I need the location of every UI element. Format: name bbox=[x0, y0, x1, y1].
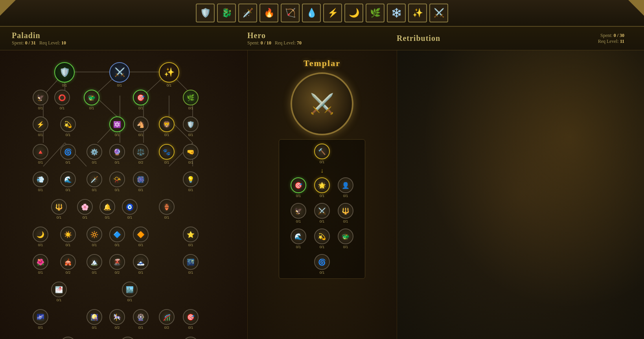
paladin-node-r10-4[interactable]: 🎡 0/1 bbox=[133, 309, 149, 330]
talent-trees-container: 🛡️ 0/1 ⚔️ 0/1 ✨ 0/1 🦅 0/1 ⭕ 0/1 🐲 bbox=[0, 50, 644, 339]
paladin-node-bot-2[interactable]: 🔘 0/1 bbox=[120, 337, 136, 339]
hero-sub1-row: 🦅 0/1 ⚔️ 0/1 🔱 0/1 bbox=[291, 203, 353, 223]
hero-talent-tree: Templar ⚔️ 🔨 0/1 ↓ 🎯 0/1 🌟 bbox=[248, 50, 397, 339]
paladin-node-r7-3[interactable]: 🔆 0/1 bbox=[86, 227, 102, 247]
paladin-node-r7-2[interactable]: ☀️ 0/1 bbox=[60, 227, 76, 247]
hero-portrait: ⚔️ bbox=[291, 72, 353, 135]
paladin-node-r8-4[interactable]: 🌋 0/2 bbox=[109, 254, 125, 275]
paladin-node-r6-3[interactable]: 🔔 0/1 bbox=[99, 199, 115, 219]
paladin-node-r5-2[interactable]: 🌊 0/1 bbox=[60, 171, 76, 192]
hero-title-label: Hero bbox=[247, 31, 302, 40]
paladin-node-r8-3[interactable]: 🏔️ 0/1 bbox=[86, 254, 102, 275]
paladin-node-r1-4[interactable]: ✨ 0/1 bbox=[159, 62, 179, 87]
paladin-node-r2-2[interactable]: ⭕ 0/1 bbox=[54, 90, 70, 110]
hero-choice-mid[interactable]: 🌟 0/1 bbox=[314, 177, 330, 198]
paladin-node-r9-2[interactable]: 🏙️ 0/1 bbox=[122, 282, 138, 302]
hero-final-node[interactable]: 🌀 0/1 bbox=[314, 254, 330, 275]
paladin-node-r4-5[interactable]: ⚖️ 0/2 bbox=[133, 144, 149, 164]
hero-sub2-right[interactable]: 🐲 0/1 bbox=[338, 228, 353, 249]
paladin-node-bot-1[interactable]: ⭕ 0/1 bbox=[60, 337, 76, 339]
paladin-node-r1-2[interactable]: 🛡️ 0/1 bbox=[54, 62, 75, 87]
paladin-node-r5-1[interactable]: 💨 0/1 bbox=[33, 171, 48, 192]
paladin-node-r4-1[interactable]: 🔺 0/1 bbox=[33, 144, 48, 164]
paladin-node-r6-4[interactable]: 🧿 0/1 bbox=[122, 199, 138, 219]
paladin-node-r9-1[interactable]: 🌁 0/1 bbox=[51, 282, 67, 302]
hero-sub1-left[interactable]: 🦅 0/1 bbox=[291, 203, 306, 223]
retribution-title: Retribution bbox=[397, 34, 440, 43]
paladin-node-r3-2[interactable]: 💫 0/1 bbox=[60, 116, 76, 137]
paladin-spent: Spent: 0 / 31 Req Level: 10 bbox=[12, 40, 239, 46]
paladin-nodes: 🛡️ 0/1 ⚔️ 0/1 ✨ 0/1 🦅 0/1 ⭕ 0/1 🐲 bbox=[0, 50, 247, 339]
hero-header-inner: Hero Spent: 0 / 10 Req Level: 70 bbox=[247, 31, 302, 46]
paladin-node-r7-5[interactable]: 🔶 0/1 bbox=[133, 227, 149, 247]
paladin-node-r5-4[interactable]: 📯 0/1 bbox=[109, 171, 125, 192]
hero-choice-container: 🔨 0/1 ↓ 🎯 0/1 🌟 0/1 👤 0/1 bbox=[279, 139, 365, 279]
spec-icon-7[interactable]: ⚡ bbox=[323, 4, 342, 22]
paladin-title: Paladin bbox=[12, 31, 239, 40]
spec-icon-11[interactable]: ✨ bbox=[408, 4, 427, 22]
hero-choice-top[interactable]: 🔨 0/1 bbox=[314, 144, 330, 164]
tree-headers: Paladin Spent: 0 / 31 Req Level: 10 Hero… bbox=[0, 27, 644, 50]
paladin-node-r5-5[interactable]: 🎆 0/1 bbox=[133, 171, 149, 192]
paladin-node-r10-3[interactable]: 🎠 0/2 bbox=[109, 309, 125, 330]
paladin-node-r6-1[interactable]: 🔱 0/1 bbox=[51, 199, 67, 219]
paladin-node-r8-1[interactable]: 🌺 0/1 bbox=[33, 254, 48, 275]
hero-choice-left[interactable]: 🎯 0/1 bbox=[291, 177, 306, 198]
paladin-node-r7-1[interactable]: 🌙 0/1 bbox=[33, 227, 48, 247]
retribution-spent: Spent: 0 / 30 Req Level: 11 bbox=[598, 33, 624, 44]
paladin-tree-header: Paladin Spent: 0 / 31 Req Level: 10 bbox=[12, 31, 239, 46]
paladin-node-r5-3[interactable]: 🗡️ 0/1 bbox=[86, 171, 102, 192]
hero-spent: Spent: 0 / 10 Req Level: 70 bbox=[247, 40, 302, 46]
paladin-node-r3-4[interactable]: 🐴 0/1 bbox=[133, 116, 149, 137]
paladin-node-r10-2[interactable]: 🎑 0/1 bbox=[86, 309, 102, 330]
paladin-node-r3-1[interactable]: ⚡ 0/1 bbox=[33, 116, 48, 137]
paladin-node-r7-6[interactable]: ⭐ 0/1 bbox=[183, 227, 199, 247]
hero-sub2-mid[interactable]: 💫 0/1 bbox=[314, 228, 330, 249]
hero-portrait-icon: ⚔️ bbox=[310, 92, 334, 115]
retribution-talent-tree: ⚔️ 0/1 💎 0/1 🔷 0/1 🔶 0/1 ⭐ 0/1 bbox=[397, 50, 644, 339]
spec-icon-12[interactable]: ⚔️ bbox=[429, 4, 448, 22]
paladin-node-r4-2[interactable]: 🌀 0/1 bbox=[60, 144, 76, 164]
spec-icon-10[interactable]: ❄️ bbox=[387, 4, 406, 22]
hero-choice-right[interactable]: 👤 0/1 bbox=[338, 177, 353, 198]
spec-icon-3[interactable]: 🗡️ bbox=[238, 4, 257, 22]
paladin-node-r8-5[interactable]: 🗻 0/1 bbox=[133, 254, 149, 275]
paladin-node-r8-6[interactable]: 🌃 0/1 bbox=[183, 254, 199, 275]
spec-icon-5[interactable]: 🏹 bbox=[281, 4, 300, 22]
paladin-talent-tree: 🛡️ 0/1 ⚔️ 0/1 ✨ 0/1 🦅 0/1 ⭕ 0/1 🐲 bbox=[0, 50, 248, 339]
spec-icon-1[interactable]: 🛡️ bbox=[196, 4, 215, 22]
paladin-node-r10-6[interactable]: 🎯 0/1 bbox=[183, 309, 199, 330]
hero-sub2-row: 🌊 0/1 💫 0/1 🐲 0/1 bbox=[291, 228, 353, 249]
paladin-node-r2-5[interactable]: 🌿 0/1 bbox=[183, 90, 199, 110]
paladin-node-r6-5[interactable]: 🏺 0/1 bbox=[159, 199, 175, 219]
hero-sub2-left[interactable]: 🌊 0/1 bbox=[291, 228, 306, 249]
paladin-node-r10-5[interactable]: 🎢 0/2 bbox=[159, 309, 175, 330]
paladin-node-r8-2[interactable]: 🎪 0/2 bbox=[60, 254, 76, 275]
paladin-node-r2-3[interactable]: 🐲 0/1 bbox=[84, 90, 99, 110]
paladin-node-r3-5[interactable]: 🦁 0/1 bbox=[159, 116, 175, 137]
paladin-node-r1-3[interactable]: ⚔️ 0/1 bbox=[109, 62, 130, 87]
spec-icon-9[interactable]: 🌿 bbox=[366, 4, 385, 22]
paladin-node-bot-3[interactable]: 🔲 0/1 bbox=[183, 337, 199, 339]
corner-decoration-tr bbox=[628, 0, 644, 16]
spec-icon-8[interactable]: 🌙 bbox=[344, 4, 363, 22]
paladin-node-r7-4[interactable]: 🔷 0/1 bbox=[109, 227, 125, 247]
paladin-node-r10-1[interactable]: 🌌 0/1 bbox=[33, 309, 48, 330]
paladin-node-r5-6[interactable]: 💡 0/1 bbox=[183, 171, 199, 192]
paladin-node-r6-2[interactable]: 🌸 0/1 bbox=[77, 199, 93, 219]
hero-choices-row: 🎯 0/1 🌟 0/1 👤 0/1 bbox=[291, 177, 353, 198]
paladin-node-r2-1[interactable]: 🦅 0/1 bbox=[33, 90, 48, 110]
paladin-node-r4-3[interactable]: ⚙️ 0/1 bbox=[86, 144, 102, 164]
paladin-node-r3-6[interactable]: 🛡️ 0/1 bbox=[183, 116, 199, 137]
paladin-node-r4-x[interactable]: 🐾 0/1 bbox=[159, 144, 175, 164]
paladin-node-r4-4[interactable]: 🔮 0/1 bbox=[109, 144, 125, 164]
spec-icon-6[interactable]: 💧 bbox=[302, 4, 321, 22]
paladin-node-r3-3[interactable]: 🔯 0/1 bbox=[109, 116, 125, 137]
spec-icon-4[interactable]: 🔥 bbox=[259, 4, 278, 22]
hero-sub1-right[interactable]: 🔱 0/1 bbox=[338, 203, 353, 223]
hero-sub1-mid[interactable]: ⚔️ 0/1 bbox=[314, 203, 330, 223]
paladin-node-r2-4[interactable]: 🎯 0/1 bbox=[133, 90, 149, 110]
paladin-node-r4-6[interactable]: 🤜 0/1 bbox=[183, 144, 199, 164]
hero-spec-title: Templar bbox=[304, 58, 340, 68]
spec-icon-2[interactable]: 🐉 bbox=[217, 4, 236, 22]
